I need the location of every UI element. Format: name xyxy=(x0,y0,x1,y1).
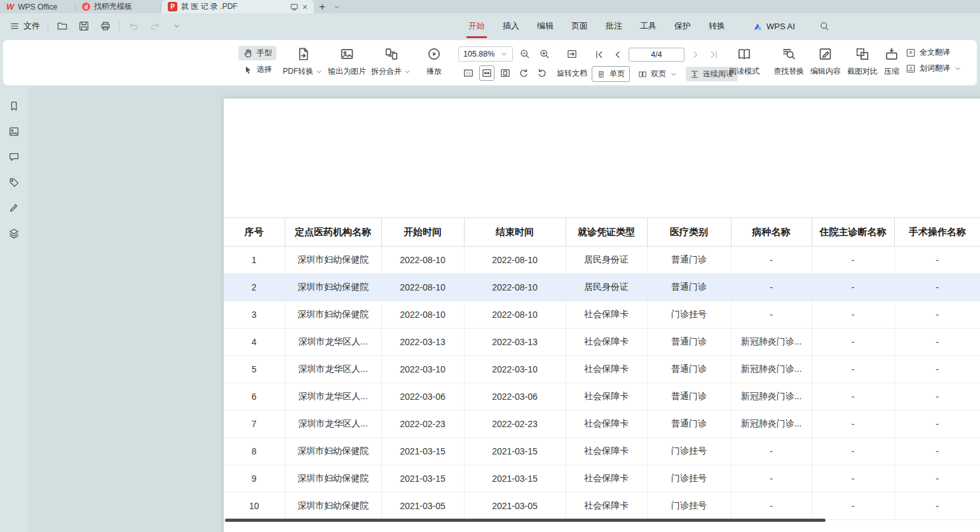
close-icon[interactable]: × xyxy=(303,3,308,11)
save-button[interactable] xyxy=(76,18,92,34)
menu-divider xyxy=(119,22,119,31)
single-page-button[interactable]: 单页 xyxy=(592,66,630,82)
word-translate-button[interactable]: a 划词翻译 xyxy=(906,63,962,74)
table-cell: - xyxy=(731,438,812,465)
table-cell: 普通门诊 xyxy=(647,247,731,274)
layers-panel-button[interactable] xyxy=(6,225,22,242)
search-button[interactable] xyxy=(819,21,829,31)
fit-screen-button[interactable] xyxy=(564,46,580,62)
table-cell: 2021-03-05 xyxy=(464,493,566,520)
table-row[interactable]: 5深圳市龙华区人...2022-03-102022-03-10社会保障卡普通门诊… xyxy=(224,356,980,383)
menu-divider xyxy=(48,22,48,31)
ribbon-tab-转换[interactable]: 转换 xyxy=(709,13,725,39)
tags-panel-button[interactable] xyxy=(6,174,22,191)
screenshot-compare-icon xyxy=(855,46,870,62)
tab-list-button[interactable] xyxy=(330,0,343,13)
thumbnails-panel-button[interactable] xyxy=(6,123,22,140)
pdf-convert-button[interactable]: PDF转换 xyxy=(283,40,323,77)
prev-page-button[interactable] xyxy=(610,47,625,62)
horizontal-scrollbar[interactable] xyxy=(225,519,826,522)
ribbon-tab-工具[interactable]: 工具 xyxy=(640,13,657,39)
table-cell: 普通门诊 xyxy=(647,356,731,383)
tab-docer-templates[interactable]: d 找稻壳模板 xyxy=(76,0,161,13)
word-translate-icon: a xyxy=(906,64,916,74)
print-button[interactable] xyxy=(97,18,113,34)
fit-width-button[interactable] xyxy=(479,65,494,81)
ribbon-tab-编辑[interactable]: 编辑 xyxy=(537,13,554,39)
table-row[interactable]: 3深圳市妇幼保健院2022-08-102022-08-10社会保障卡门诊挂号--… xyxy=(224,301,980,329)
zoom-out-button[interactable] xyxy=(517,46,533,62)
table-row[interactable]: 1深圳市妇幼保健院2022-08-102022-08-10居民身份证普通门诊--… xyxy=(224,247,980,274)
zoom-level-select[interactable]: 105.88% xyxy=(458,46,513,62)
table-row[interactable]: 8深圳市妇幼保健院2021-03-152021-03-15社会保障卡门诊挂号--… xyxy=(224,438,980,465)
ribbon-tab-插入[interactable]: 插入 xyxy=(503,13,519,39)
table-cell: - xyxy=(812,383,894,411)
table-row[interactable]: 2深圳市妇幼保健院2022-08-102022-08-10居民身份证普通门诊--… xyxy=(224,274,980,301)
play-button[interactable]: 播放 xyxy=(426,40,442,77)
double-page-button[interactable]: 双页 xyxy=(634,67,682,81)
full-translate-button[interactable]: A 全文翻译 xyxy=(906,47,962,58)
bookmarks-panel-button[interactable] xyxy=(6,98,22,114)
first-page-icon xyxy=(594,49,605,60)
table-row[interactable]: 4深圳市龙华区人...2022-03-132022-03-13社会保障卡普通门诊… xyxy=(224,329,980,356)
next-page-button[interactable] xyxy=(688,47,703,62)
tab-wps-office[interactable]: W WPS Office xyxy=(0,0,75,13)
folder-icon xyxy=(57,20,68,32)
table-row[interactable]: 9深圳市妇幼保健院2021-03-152021-03-15社会保障卡门诊挂号--… xyxy=(224,465,980,493)
document-title: 就 医 记 录 .PDF xyxy=(181,1,286,12)
table-row[interactable]: 7深圳市龙华区人...2022-02-232022-02-23社会保障卡普通门诊… xyxy=(224,411,980,438)
table-cell: 深圳市龙华区人... xyxy=(285,356,381,383)
signature-panel-button[interactable] xyxy=(6,200,22,216)
ribbon-tabs: 开始插入编辑页面批注工具保护转换WPS AI xyxy=(468,13,829,39)
document-area[interactable]: 序号定点医药机构名称开始时间结束时间就诊凭证类型医疗类别病种名称住院主诊断名称手… xyxy=(28,86,980,532)
compress-button[interactable]: 压缩 xyxy=(884,40,899,77)
ribbon-tab-保护[interactable]: 保护 xyxy=(674,13,691,39)
bookmark-icon xyxy=(8,100,20,112)
prev-page-icon xyxy=(612,49,623,60)
column-header: 手术操作名称 xyxy=(894,218,980,247)
split-merge-label: 拆分合并 xyxy=(371,66,402,77)
file-menu-button[interactable]: 文件 xyxy=(8,20,42,32)
new-tab-button[interactable]: + xyxy=(314,0,330,13)
last-page-button[interactable] xyxy=(706,47,721,62)
undo-button[interactable] xyxy=(125,18,141,34)
ribbon-tab-页面[interactable]: 页面 xyxy=(571,13,588,39)
ribbon-tab-批注[interactable]: 批注 xyxy=(606,13,622,39)
open-file-button[interactable] xyxy=(54,18,70,34)
comments-panel-button[interactable] xyxy=(6,149,22,165)
rotate-left-button[interactable] xyxy=(516,65,531,81)
find-replace-button[interactable]: 查找替换 xyxy=(773,40,804,77)
monitor-icon[interactable] xyxy=(290,3,299,11)
column-header: 定点医药机构名称 xyxy=(285,218,381,247)
split-merge-button[interactable]: 拆分合并 xyxy=(371,40,411,77)
rotate-left-icon xyxy=(518,67,529,79)
export-image-button[interactable]: 输出为图片 xyxy=(328,40,366,77)
fit-page-button[interactable] xyxy=(498,65,513,81)
actual-size-button[interactable]: 1:1 xyxy=(461,65,476,81)
first-page-button[interactable] xyxy=(592,47,607,62)
page-number-input[interactable]: 4/4 xyxy=(629,48,684,62)
wps-ai-button[interactable]: WPS AI xyxy=(753,13,795,39)
redo-button[interactable] xyxy=(147,18,163,34)
read-mode-button[interactable]: 阅读模式 xyxy=(729,40,759,77)
table-row[interactable]: 10深圳市妇幼保健院2021-03-052021-03-05社会保障卡门诊挂号-… xyxy=(224,493,980,520)
hand-tool-button[interactable]: 手型 xyxy=(238,46,276,60)
svg-text:A: A xyxy=(909,50,913,55)
table-cell: 新冠肺炎门诊... xyxy=(731,383,812,411)
rotate-doc-label[interactable]: 旋转文档 xyxy=(557,68,587,79)
redo-icon xyxy=(149,20,161,32)
screenshot-compare-button[interactable]: 截图对比 xyxy=(847,40,878,77)
rotate-right-icon xyxy=(536,67,548,79)
actual-size-icon: 1:1 xyxy=(463,67,474,79)
undo-history-button[interactable] xyxy=(168,18,184,34)
ribbon-tab-开始[interactable]: 开始 xyxy=(468,13,485,39)
table-cell: - xyxy=(731,247,812,274)
rotate-right-button[interactable] xyxy=(534,65,550,81)
select-tool-button[interactable]: 选择 xyxy=(238,62,276,77)
edit-content-button[interactable]: 编辑内容 xyxy=(810,40,841,77)
tab-document[interactable]: P 就 医 记 录 .PDF × xyxy=(161,0,314,13)
last-page-icon xyxy=(708,49,719,60)
table-row[interactable]: 6深圳市龙华区人...2022-03-062022-03-06社会保障卡普通门诊… xyxy=(224,383,980,411)
zoom-in-button[interactable] xyxy=(537,46,552,62)
svg-text:a: a xyxy=(909,65,912,70)
